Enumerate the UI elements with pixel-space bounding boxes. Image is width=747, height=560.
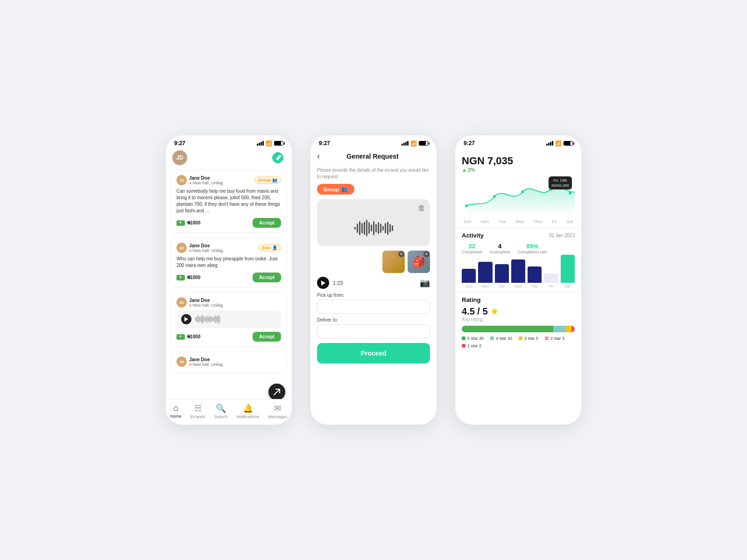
balance-amount: NGN 7,035 <box>462 155 575 167</box>
status-icons-3: 📶 <box>546 140 573 147</box>
pickup-input[interactable] <box>317 300 430 314</box>
divider-1 <box>455 228 581 228</box>
phone-stats: 9:27 📶 NGN 7,035 ▲ 2% Fri, 13th NGN1,000 <box>455 135 581 425</box>
balance-pct: 2% <box>468 167 475 173</box>
accept-button[interactable]: Accept <box>253 273 281 282</box>
battery-icon <box>419 141 428 146</box>
rating-section: Rating 4.5 / 5 ★ Avg rating 5 star 30 <box>455 296 581 353</box>
activity-header: Activity 02 Jan 2023 <box>462 232 575 239</box>
play-button[interactable] <box>317 277 329 289</box>
score-value: 4.5 / 5 <box>462 306 488 317</box>
legend-2star: 2 star 3 <box>545 336 564 341</box>
errand-card: JD Jane Doe ● New hall, Unilag Solo 👤 <box>170 238 287 287</box>
rating-score: 4.5 / 5 ★ <box>462 306 575 317</box>
location: ● New hall, Unilag <box>189 303 223 308</box>
card-header: JD Jane Doe ● New hall, Unilag <box>176 297 281 308</box>
nav-messages-label: Messages <box>268 414 287 419</box>
chart-days: Sun Mon Tue Wed Thur Fri Sat <box>462 219 575 224</box>
legend-1star: 1 star 2 <box>462 343 481 348</box>
nav-home-label: Home <box>170 414 182 419</box>
nav-notifications[interactable]: 🔔 Notifications <box>236 403 259 419</box>
nav-home[interactable]: ⌂ Home <box>170 403 182 419</box>
phone-request: 9:27 📶 ‹ General Request Please provide … <box>310 135 437 425</box>
trash-icon[interactable]: 🗑 <box>418 204 425 212</box>
app-logo <box>270 150 285 165</box>
deliver-label: Deliver to: <box>317 317 430 322</box>
user-name: Jane Doe <box>189 175 223 181</box>
rating-title: Rating <box>462 296 575 303</box>
errand-text: Who can help me buy pineapple from onike… <box>176 256 281 269</box>
money-icon: 💵 <box>176 220 185 226</box>
play-button-sm[interactable] <box>181 314 191 324</box>
svg-marker-0 <box>184 317 188 322</box>
nav-messages[interactable]: ✉ Messages <box>268 403 287 419</box>
group-icon: 👥 <box>272 178 277 182</box>
errand-price: 💵 ₦1000 <box>176 220 200 226</box>
user-avatar: JD <box>176 175 187 185</box>
pin-icon: ● <box>189 181 191 185</box>
status-bar-3: 9:27 📶 <box>455 135 581 148</box>
legend-5star: 5 star 30 <box>462 336 484 341</box>
rate-num: 89% <box>518 243 548 250</box>
avatar[interactable]: JD <box>172 150 187 165</box>
back-button[interactable]: ‹ <box>317 151 320 161</box>
svg-point-3 <box>493 195 496 198</box>
errand-card-audio: JD Jane Doe ● New hall, Unilag <box>170 292 287 347</box>
page-title: General Request <box>324 153 421 160</box>
time-3: 9:27 <box>464 140 475 147</box>
user-name: Jane Doe <box>189 357 223 362</box>
remove-photo-2[interactable]: ✕ <box>423 251 430 257</box>
tooltip-date: Fri, 13th <box>551 178 569 183</box>
camera-icon[interactable]: 📷 <box>420 278 430 288</box>
battery-icon <box>564 141 573 146</box>
completed-num: 32 <box>462 243 482 250</box>
incomplete-label: Incomplete <box>490 250 510 254</box>
search-icon: 🔍 <box>216 403 226 413</box>
dot-1star <box>462 344 465 348</box>
errand-card: JD Jane Doe ● New hall, Unilag Group 👥 <box>170 170 287 233</box>
bar-value <box>478 262 492 283</box>
bar-value <box>561 255 575 283</box>
money-icon: 💵 <box>176 275 185 280</box>
accept-button[interactable]: Accept <box>253 332 281 342</box>
time-1: 9:27 <box>174 140 185 147</box>
subtitle: Please provide the details of the errand… <box>310 164 437 184</box>
activity-date: 02 Jan 2023 <box>549 233 575 238</box>
nav-errands-label: Errands <box>190 414 205 419</box>
fab-button[interactable] <box>268 384 285 400</box>
bar-5star <box>462 326 553 332</box>
bar-value <box>528 266 542 283</box>
star-icon: ★ <box>491 307 498 317</box>
pin-icon: ● <box>189 248 191 253</box>
badge-solo: Solo 👤 <box>258 244 282 252</box>
svg-marker-1 <box>321 280 325 286</box>
stat-incomplete: 4 Incomplete <box>490 243 510 254</box>
audio-waveform <box>195 315 276 323</box>
signal-icon <box>546 141 553 146</box>
pickup-label: Pick up from: <box>317 293 430 298</box>
wifi-icon: 📶 <box>410 140 417 147</box>
dot-5star <box>462 336 465 340</box>
user-name: Jane Doe <box>189 298 223 303</box>
status-icons-2: 📶 <box>402 140 428 147</box>
proceed-button[interactable]: Proceed <box>317 343 430 364</box>
errand-footer: 💵 ₦1000 Accept <box>176 218 281 228</box>
deliver-input[interactable] <box>317 324 430 338</box>
bar-4star <box>553 326 565 332</box>
errand-list: JD Jane Doe ● New hall, Unilag Group 👥 <box>166 170 292 378</box>
legend-3star: 3 star 5 <box>519 336 538 341</box>
photo-thumb-2: ✕ 🎒 <box>408 251 430 273</box>
remove-photo-1[interactable]: ✕ <box>398 251 404 257</box>
dot-2star <box>545 336 549 340</box>
nav-search[interactable]: 🔍 Search <box>214 403 227 419</box>
bar-value <box>511 259 525 283</box>
activity-stats: 32 Completed 4 Incomplete 89% Completion… <box>462 243 575 254</box>
activity-title: Activity <box>462 232 484 239</box>
stat-completed: 32 Completed <box>462 243 482 254</box>
errands-icon: ☵ <box>194 403 202 413</box>
svg-point-4 <box>521 190 524 193</box>
accept-button[interactable]: Accept <box>253 218 281 228</box>
nav-errands[interactable]: ☵ Errands <box>190 403 205 419</box>
avg-label: Avg rating <box>462 317 575 322</box>
tooltip-amount: NGN1,000 <box>551 183 569 188</box>
